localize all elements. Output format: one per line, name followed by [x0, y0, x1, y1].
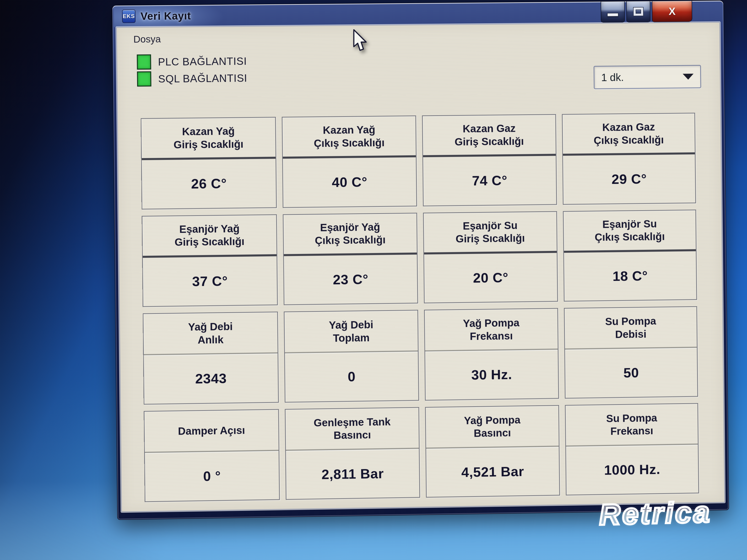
metric-label: Yağ DebiToplam	[284, 311, 418, 353]
sql-status-led-icon	[137, 71, 151, 87]
metric-label: Yağ PompaBasıncı	[426, 406, 559, 449]
app-icon: EKS	[122, 9, 135, 23]
metric-label-line: Çıkış Sıcaklığı	[594, 133, 664, 146]
metric-label-line: Yağ Debi	[188, 320, 233, 334]
metric-label: Yağ PompaFrekansı	[425, 309, 558, 352]
metric-label-line: Frekansı	[470, 329, 513, 343]
metric-label: Kazan GazÇıkış Sıcaklığı	[563, 113, 695, 156]
metric-label-line: Eşanjör Su	[463, 219, 517, 233]
metric-value: 50	[565, 348, 697, 398]
metric-label-line: Kazan Gaz	[602, 121, 655, 134]
mouse-cursor-icon	[353, 29, 368, 53]
metric-label: Su PompaFrekansı	[566, 404, 698, 447]
metric-cell: Yağ DebiToplam 0	[284, 310, 419, 402]
metric-value: 40 C°	[283, 157, 416, 207]
metric-label-line: Kazan Gaz	[463, 122, 516, 135]
sql-status-label: SQL BAĞLANTISI	[158, 72, 248, 85]
metric-label-line: Genleşme Tank	[313, 415, 391, 429]
metric-label-line: Kazan Yağ	[182, 125, 235, 138]
close-button[interactable]: X	[652, 1, 692, 22]
metric-cell: Eşanjör SuÇıkış Sıcaklığı 18 C°	[563, 210, 697, 301]
metric-label-line: Eşanjör Yağ	[320, 220, 380, 234]
metric-label: Kazan GazGiriş Sıcaklığı	[423, 115, 556, 157]
metric-cell: Genleşme TankBasıncı 2,811 Bar	[285, 407, 420, 500]
metric-label-line: Toplam	[333, 331, 369, 344]
metric-label-line: Kazan Yağ	[323, 123, 375, 137]
metric-value: 74 C°	[423, 156, 556, 206]
client-area: Dosya PLC BAĞLANTISI SQL BAĞLANTISI 1 dk…	[116, 22, 725, 512]
metric-label-line: Anlık	[198, 333, 223, 346]
metric-cell: Su PompaFrekansı 1000 Hz.	[565, 403, 699, 496]
interval-dropdown[interactable]: 1 dk.	[594, 65, 701, 89]
metric-label-line: Su Pompa	[606, 411, 657, 425]
plc-status-led-icon	[137, 54, 151, 70]
metric-label-line: Çıkış Sıcaklığı	[314, 136, 385, 150]
metric-label: Eşanjör SuÇıkış Sıcaklığı	[563, 210, 696, 253]
metric-value: 20 C°	[424, 253, 557, 303]
metric-label: Genleşme TankBasıncı	[285, 408, 419, 451]
metric-cell: Kazan YağÇıkış Sıcaklığı 40 C°	[282, 115, 417, 208]
metric-label-line: Giriş Sıcaklığı	[175, 235, 244, 249]
metric-cell: Damper Açısı 0 °	[144, 409, 280, 502]
metric-cell: Yağ PompaFrekansı 30 Hz.	[424, 308, 559, 400]
metric-label: Eşanjör YağÇıkış Sıcaklığı	[283, 213, 417, 256]
retrica-watermark: Retrica	[599, 495, 712, 532]
interval-dropdown-value: 1 dk.	[601, 71, 683, 84]
metric-cell: Kazan GazGiriş Sıcaklığı 74 C°	[422, 114, 557, 206]
minimize-button[interactable]	[600, 1, 625, 22]
metric-value: 4,521 Bar	[426, 447, 559, 497]
metric-value: 37 C°	[143, 256, 277, 306]
metric-label-line: Frekansı	[610, 424, 653, 437]
metric-cell: Eşanjör YağÇıkış Sıcaklığı 23 C°	[283, 213, 418, 305]
metric-label-line: Su Pompa	[605, 315, 656, 328]
metric-label-line: Giriş Sıcaklığı	[455, 135, 524, 148]
app-window: EKS Veri Kayıt X Dosya PLC BAĞLANTISI SQ…	[112, 0, 729, 520]
metric-value: 0	[285, 352, 418, 402]
metric-cell: Kazan YağGiriş Sıcaklığı 26 C°	[141, 117, 277, 209]
maximize-button[interactable]	[626, 1, 650, 22]
metric-label-line: Çıkış Sıcaklığı	[595, 230, 665, 243]
menu-item-dosya[interactable]: Dosya	[130, 33, 164, 46]
metric-cell: Eşanjör SuGiriş Sıcaklığı 20 C°	[423, 211, 558, 303]
metric-label-line: Yağ Pompa	[464, 414, 520, 427]
metric-label-line: Eşanjör Su	[602, 217, 657, 231]
metric-value: 0 °	[145, 451, 279, 502]
metric-label: Kazan YağGiriş Sıcaklığı	[141, 117, 276, 160]
metric-label-line: Yağ Debi	[329, 318, 374, 332]
desktop-background: { "window": { "title": "Veri Kayıt", "ic…	[0, 0, 747, 560]
minimize-icon	[607, 13, 619, 17]
metric-value: 2343	[144, 353, 278, 404]
metric-value: 29 C°	[563, 154, 696, 204]
caption-buttons: X	[600, 1, 692, 23]
chevron-down-icon	[683, 74, 694, 80]
metric-value: 30 Hz.	[425, 350, 558, 400]
metric-label: Eşanjör SuGiriş Sıcaklığı	[423, 212, 557, 255]
metric-label: Yağ DebiAnlık	[144, 312, 278, 355]
metric-label-line: Çıkış Sıcaklığı	[315, 233, 386, 247]
metric-cell: Yağ DebiAnlık 2343	[143, 312, 279, 404]
metric-label: Eşanjör YağGiriş Sıcaklığı	[143, 215, 277, 258]
metric-label-line: Basıncı	[474, 426, 511, 440]
metric-cell: Su PompaDebisi 50	[564, 306, 698, 399]
metric-label-line: Giriş Sıcaklığı	[174, 137, 243, 151]
metric-label: Damper Açısı	[145, 410, 279, 453]
metric-cell: Yağ PompaBasıncı 4,521 Bar	[425, 405, 560, 498]
metric-label-line: Eşanjör Yağ	[179, 222, 240, 236]
metric-label-line: Basıncı	[333, 428, 371, 442]
metric-value: 23 C°	[284, 255, 417, 304]
metric-value: 18 C°	[564, 251, 696, 301]
metric-value: 26 C°	[142, 159, 276, 209]
window-title: Veri Kayıt	[140, 9, 191, 22]
metric-label-line: Giriş Sıcaklığı	[456, 232, 525, 245]
metric-label: Su PompaDebisi	[565, 307, 697, 350]
metric-label-line: Debisi	[615, 327, 646, 341]
plc-status-label: PLC BAĞLANTISI	[158, 55, 247, 68]
metric-grid: Kazan YağGiriş Sıcaklığı 26 C° Kazan Yağ…	[141, 113, 699, 502]
metric-value: 2,811 Bar	[286, 449, 419, 499]
metric-cell: Eşanjör YağGiriş Sıcaklığı 37 C°	[141, 214, 278, 307]
metric-label: Kazan YağÇıkış Sıcaklığı	[282, 116, 416, 159]
metric-cell: Kazan GazÇıkış Sıcaklığı 29 C°	[562, 113, 696, 205]
metric-label-line: Yağ Pompa	[463, 316, 519, 330]
metric-value: 1000 Hz.	[566, 445, 698, 495]
maximize-icon	[634, 7, 643, 16]
